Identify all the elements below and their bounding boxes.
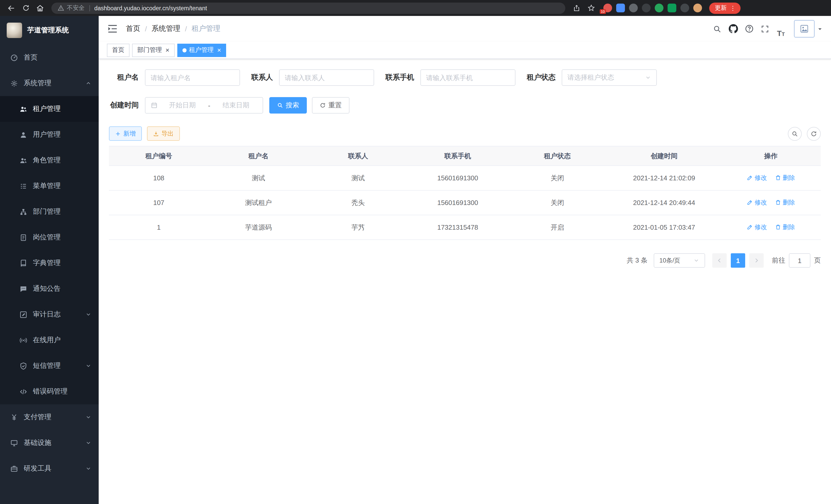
filter-status: 租户状态 请选择租户状态	[527, 69, 657, 86]
tab-close-icon[interactable]: ×	[166, 47, 169, 53]
chevron-down-icon	[645, 75, 651, 81]
search-button[interactable]: 搜索	[269, 97, 307, 114]
contact-input-field[interactable]	[285, 74, 369, 82]
extension-icon[interactable]	[655, 4, 663, 12]
book-icon	[20, 259, 27, 267]
delete-link[interactable]: 删除	[775, 198, 795, 207]
contact-input[interactable]	[279, 69, 374, 86]
pencil-icon	[747, 175, 753, 181]
sidebar-item-label: 字典管理	[33, 259, 61, 268]
reset-button[interactable]: 重置	[312, 97, 349, 114]
phone-input-field[interactable]	[426, 74, 510, 82]
table-header-row: 租户编号 租户名 联系人 联系手机 租户状态 创建时间 操作	[109, 146, 821, 166]
date-range-picker[interactable]: 开始日期 - 结束日期	[145, 97, 263, 114]
home-icon[interactable]	[34, 2, 46, 14]
tab-tenant[interactable]: 租户管理 ×	[177, 43, 226, 57]
tab-dept[interactable]: 部门管理 ×	[132, 43, 174, 57]
delete-link[interactable]: 删除	[775, 223, 795, 232]
active-tab-dot	[182, 48, 186, 52]
cell-tenant-name: 芋道源码	[209, 215, 308, 240]
edit-link[interactable]: 修改	[747, 174, 767, 182]
column-header: 操作	[721, 146, 821, 166]
sidebar-item-infra[interactable]: 基础设施	[0, 430, 99, 456]
extension-icon[interactable]	[616, 4, 625, 12]
header-search-icon[interactable]	[709, 21, 725, 37]
back-icon[interactable]	[5, 2, 18, 14]
sidebar-item-tenant[interactable]: 租户管理	[0, 96, 99, 122]
sidebar-item-dev-tool[interactable]: 研发工具	[0, 456, 99, 481]
delete-link[interactable]: 删除	[775, 174, 795, 182]
sidebar-item-label: 租户管理	[33, 104, 61, 114]
cell-tenant-id: 107	[109, 190, 209, 215]
sidebar-item-pay[interactable]: 支付管理	[0, 404, 99, 430]
bookmark-star-icon[interactable]	[585, 2, 597, 14]
reset-button-label: 重置	[328, 101, 342, 110]
sidebar-item-label: 首页	[24, 53, 37, 62]
sidebar-fold-icon[interactable]	[107, 23, 118, 34]
github-icon[interactable]	[725, 21, 741, 37]
extension-icon[interactable]: 10	[603, 4, 612, 12]
tenant-name-input[interactable]	[145, 69, 240, 86]
cell-phone: 15601691300	[408, 166, 508, 190]
share-icon[interactable]	[570, 2, 583, 14]
edit-link[interactable]: 修改	[747, 198, 767, 207]
tenant-name-input-field[interactable]	[150, 74, 234, 82]
chrome-update-button[interactable]: 更新 ⋮	[709, 2, 741, 13]
page-size-select[interactable]: 10条/页	[654, 253, 705, 268]
sidebar-item-system[interactable]: 系统管理	[0, 70, 99, 96]
date-end-placeholder: 结束日期	[214, 101, 257, 110]
sidebar-item-menu[interactable]: 菜单管理	[0, 173, 99, 199]
filter-label: 租户状态	[527, 73, 555, 82]
font-size-icon[interactable]: TT	[773, 21, 789, 37]
sidebar-item-audit-log[interactable]: 审计日志	[0, 302, 99, 327]
not-secure-warning[interactable]: 不安全	[58, 4, 85, 12]
sidebar-item-home[interactable]: 首页	[0, 45, 99, 70]
log-icon	[20, 310, 27, 318]
status-select[interactable]: 请选择租户状态	[562, 69, 657, 86]
goto-page-input[interactable]	[789, 253, 810, 268]
sidebar-item-role[interactable]: 角色管理	[0, 147, 99, 173]
tab-home[interactable]: 首页	[107, 43, 130, 57]
chevron-down-icon	[693, 258, 699, 264]
sidebar-item-error-code[interactable]: 错误码管理	[0, 379, 99, 404]
sidebar-item-sms[interactable]: 短信管理	[0, 353, 99, 379]
phone-input[interactable]	[420, 69, 515, 86]
extension-icon[interactable]	[629, 4, 638, 12]
breadcrumb-home[interactable]: 首页	[126, 24, 140, 33]
reload-icon[interactable]	[20, 2, 32, 14]
toggle-search-button[interactable]	[788, 127, 802, 141]
fullscreen-icon[interactable]	[757, 21, 773, 37]
tab-close-icon[interactable]: ×	[217, 47, 221, 53]
prev-page-button[interactable]	[712, 253, 727, 268]
sidebar-item-post[interactable]: 岗位管理	[0, 225, 99, 250]
edit-link[interactable]: 修改	[747, 223, 767, 232]
profile-avatar[interactable]	[693, 4, 702, 12]
select-placeholder: 请选择租户状态	[567, 73, 645, 82]
export-button[interactable]: 导出	[147, 126, 180, 141]
breadcrumb-system[interactable]: 系统管理	[152, 24, 180, 33]
next-page-button[interactable]	[749, 253, 764, 268]
sidebar-item-user[interactable]: 用户管理	[0, 122, 99, 147]
page-number-button[interactable]: 1	[731, 253, 745, 268]
help-icon[interactable]	[741, 21, 757, 37]
user-avatar[interactable]	[794, 20, 814, 37]
extension-icon[interactable]	[642, 4, 651, 12]
extension-icon[interactable]	[667, 4, 676, 12]
add-button[interactable]: 新增	[109, 126, 142, 141]
menu-list-icon	[20, 182, 27, 190]
sidebar-item-notice[interactable]: 通知公告	[0, 276, 99, 302]
dashboard-icon	[10, 54, 18, 61]
sidebar-item-online-user[interactable]: 在线用户	[0, 327, 99, 353]
caret-down-icon[interactable]	[817, 26, 823, 32]
filter-label: 联系手机	[385, 73, 414, 82]
table-refresh-button[interactable]	[807, 127, 821, 141]
app-logo[interactable]: 芋道管理系统	[0, 16, 99, 45]
sidebar-item-dict[interactable]: 字典管理	[0, 250, 99, 276]
kebab-menu-icon[interactable]: ⋮	[728, 4, 738, 11]
puzzle-extensions-icon[interactable]	[681, 4, 689, 12]
sidebar-item-dept[interactable]: 部门管理	[0, 199, 99, 225]
cell-create-time: 2021-12-14 20:49:44	[607, 190, 721, 215]
address-bar[interactable]: 不安全 dashboard.yudao.iocoder.cn/system/te…	[51, 2, 565, 13]
cell-create-time: 2021-12-14 21:02:09	[607, 166, 721, 190]
goto-page-input-field[interactable]	[792, 257, 808, 264]
